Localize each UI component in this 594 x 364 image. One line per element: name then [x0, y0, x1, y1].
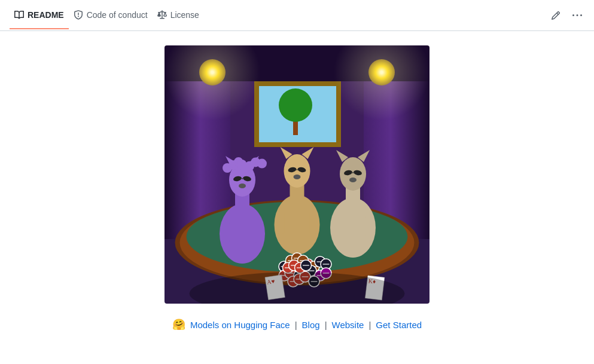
shield-icon: [74, 10, 83, 20]
website-link[interactable]: Website: [332, 320, 364, 330]
content-area: 🤗 Models on Hugging Face | Blog | Websit…: [0, 31, 594, 364]
hero-image-container: [165, 45, 429, 304]
get-started-link[interactable]: Get Started: [376, 320, 422, 330]
tab-code-of-conduct-label: Code of conduct: [87, 10, 148, 20]
hero-image-canvas: [165, 45, 429, 304]
tab-bar: README Code of conduct License: [0, 0, 594, 31]
tab-readme-label: README: [28, 10, 64, 20]
tab-bar-actions: [549, 8, 584, 23]
hugging-face-emoji: 🤗: [172, 318, 185, 331]
separator-1: |: [295, 320, 297, 330]
blog-link[interactable]: Blog: [302, 320, 320, 330]
tab-code-of-conduct[interactable]: Code of conduct: [69, 2, 153, 29]
edit-button[interactable]: [549, 8, 563, 23]
models-link[interactable]: Models on Hugging Face: [190, 320, 290, 330]
tab-readme[interactable]: README: [10, 2, 69, 29]
tab-license[interactable]: License: [153, 2, 204, 29]
book-icon: [14, 10, 24, 20]
links-row: 🤗 Models on Hugging Face | Blog | Websit…: [172, 318, 422, 331]
scale-icon: [157, 10, 167, 20]
separator-3: |: [368, 320, 371, 330]
tab-license-label: License: [170, 10, 199, 20]
more-options-button[interactable]: [570, 8, 584, 23]
separator-2: |: [325, 320, 327, 330]
